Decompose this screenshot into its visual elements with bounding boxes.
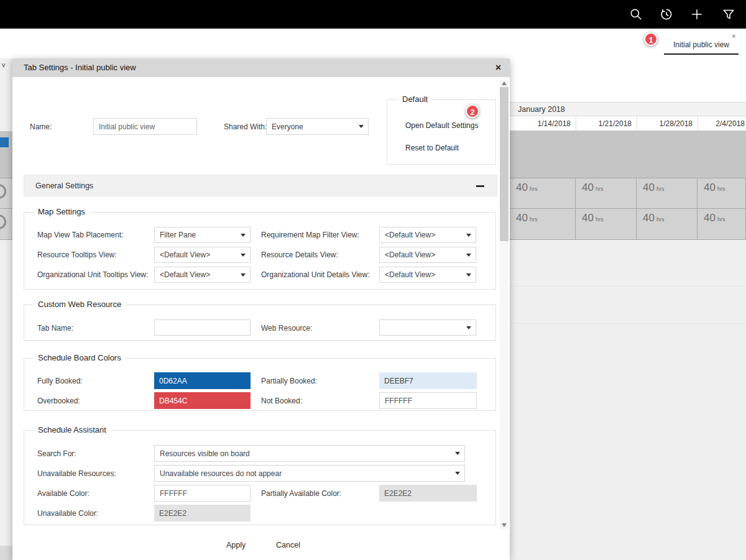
schedule-board-colors-legend: Schedule Board Colors (34, 353, 126, 362)
unavailable-resources-label: Unavailable Resources: (37, 469, 116, 478)
web-resource-label: Web Resource: (261, 324, 312, 333)
chevron-down-icon (455, 452, 460, 455)
chevron-down-icon (466, 234, 471, 237)
shared-with-dropdown[interactable]: Everyone (266, 118, 369, 135)
resource-tooltips-view-dropdown[interactable]: <Default View> (154, 247, 251, 263)
schedule-assistant-legend: Schedule Assistant (34, 425, 111, 434)
map-settings-legend: Map Settings (34, 207, 90, 216)
unavailable-color-input[interactable]: E2E2E2 (154, 505, 251, 521)
resource-details-view-dropdown[interactable]: <Default View> (379, 247, 476, 263)
fully-booked-input[interactable]: 0D62AA (154, 372, 251, 389)
requirement-map-filter-view-label: Requirement Map Filter View: (261, 231, 359, 239)
not-booked-label: Not Booked: (261, 397, 302, 405)
booking-cell[interactable]: 40hrs (576, 178, 637, 209)
chevron-down-icon (241, 234, 246, 237)
booking-cell[interactable]: 40hrs (637, 178, 698, 209)
board-month-header: January 2018 (510, 102, 746, 116)
chevron-down-icon (241, 273, 246, 277)
chevron-down-icon (359, 125, 364, 128)
chevron-down-icon (455, 472, 460, 475)
booking-cell[interactable]: 40hrs (698, 178, 746, 209)
partially-booked-label: Partially Booked: (261, 377, 317, 385)
unavailable-resources-dropdown[interactable]: Unavailable resources do not appear (154, 465, 465, 482)
date-column-header: 2/4/2018 (698, 116, 746, 131)
background-fragment: v (2, 61, 6, 68)
reset-to-default-link[interactable]: Reset to Default (405, 144, 459, 152)
date-column-header: 1/28/2018 (637, 116, 698, 131)
name-label: Name: (30, 122, 52, 131)
default-legend: Default (398, 94, 432, 104)
filter-icon[interactable] (722, 7, 735, 21)
scroll-down-icon[interactable] (502, 523, 507, 527)
board-row-edge (0, 209, 12, 240)
overbooked-input[interactable]: DB454C (154, 392, 251, 409)
partially-available-color-input[interactable]: E2E2E2 (379, 485, 477, 502)
annotation-badge-2: 2 (466, 104, 479, 118)
top-command-bar (0, 0, 746, 29)
board-background (510, 240, 746, 560)
org-unit-details-view-dropdown[interactable]: <Default View> (379, 267, 476, 283)
available-color-input[interactable]: FFFFFF (154, 485, 251, 502)
screen: January 2018 1/14/2018 1/21/2018 1/28/20… (0, 0, 746, 560)
board-row-edge (0, 178, 12, 209)
requirement-map-filter-view-dropdown[interactable]: <Default View> (379, 227, 476, 243)
booking-cell[interactable]: 40hrs (698, 209, 746, 240)
close-icon[interactable]: × (732, 33, 735, 40)
general-settings-title: General Settings (35, 181, 93, 190)
dialog-title: Tab Settings - Initial public view (24, 58, 136, 77)
resource-color-block (0, 137, 9, 147)
tab-settings-dialog: Tab Settings - Initial public view × Nam… (12, 58, 510, 560)
booking-cell[interactable]: 40hrs (510, 209, 576, 240)
board-date-header-row: 1/14/2018 1/21/2018 1/28/2018 2/4/2018 (510, 116, 746, 131)
scroll-up-icon[interactable] (502, 81, 507, 85)
board-resource-band (510, 131, 746, 178)
resource-details-view-label: Resource Details View: (261, 250, 338, 259)
chevron-down-icon (466, 273, 471, 277)
tab-initial-public-view[interactable]: Initial public view (664, 30, 739, 55)
tab-name-label: Tab Name: (37, 324, 73, 333)
tab-name-input[interactable] (154, 319, 251, 336)
search-icon[interactable] (629, 7, 643, 21)
chevron-down-icon (466, 254, 471, 257)
unavailable-color-label: Unavailable Color: (37, 509, 98, 518)
board-row-divider (510, 286, 746, 287)
org-unit-tooltips-view-dropdown[interactable]: <Default View> (154, 267, 251, 283)
chevron-down-icon (241, 254, 246, 257)
map-view-tab-placement-dropdown[interactable]: Filter Pane (154, 227, 251, 243)
date-column-header: 1/14/2018 (510, 116, 576, 131)
overbooked-label: Overbooked: (37, 397, 80, 405)
booking-cell[interactable]: 40hrs (637, 209, 698, 240)
resource-ring-icon (0, 214, 6, 229)
open-default-settings-link[interactable]: Open Default Settings (405, 121, 478, 130)
partially-available-color-label: Partially Available Color: (261, 489, 341, 498)
cancel-button[interactable]: Cancel (276, 541, 300, 549)
dialog-titlebar: Tab Settings - Initial public view × (12, 58, 510, 77)
booking-cell[interactable]: 40hrs (510, 178, 576, 209)
booking-cell[interactable]: 40hrs (576, 209, 637, 240)
search-for-dropdown[interactable]: Resources visible on board (154, 445, 465, 462)
tab-label: Initial public view (664, 40, 739, 49)
board-row-divider (510, 323, 746, 324)
not-booked-input[interactable]: FFFFFF (379, 392, 477, 409)
add-icon[interactable] (690, 7, 704, 21)
map-view-tab-placement-label: Map View Tab Placement: (37, 231, 123, 239)
custom-web-resource-legend: Custom Web Resource (34, 300, 126, 309)
date-column-header: 1/21/2018 (576, 116, 637, 131)
name-input[interactable] (93, 118, 197, 135)
scrollbar-thumb[interactable] (500, 87, 509, 241)
available-color-label: Available Color: (37, 489, 90, 498)
history-icon[interactable] (660, 7, 673, 21)
web-resource-dropdown[interactable] (379, 319, 476, 336)
partially-booked-input[interactable]: DEEBF7 (379, 372, 477, 389)
fully-booked-label: Fully Booked: (37, 377, 83, 385)
close-icon[interactable]: × (495, 62, 501, 73)
org-unit-tooltips-view-label: Organizational Unit Tooltips View: (37, 270, 148, 279)
board-footer-edge (0, 546, 12, 560)
dialog-scrollbar[interactable] (500, 80, 509, 529)
search-for-label: Search For: (37, 449, 76, 458)
apply-button[interactable]: Apply (226, 541, 246, 549)
collapse-icon[interactable] (476, 185, 484, 187)
board-left-edge: v (0, 58, 12, 560)
general-settings-header[interactable]: General Settings (24, 175, 497, 196)
resource-ring-icon (0, 184, 6, 199)
